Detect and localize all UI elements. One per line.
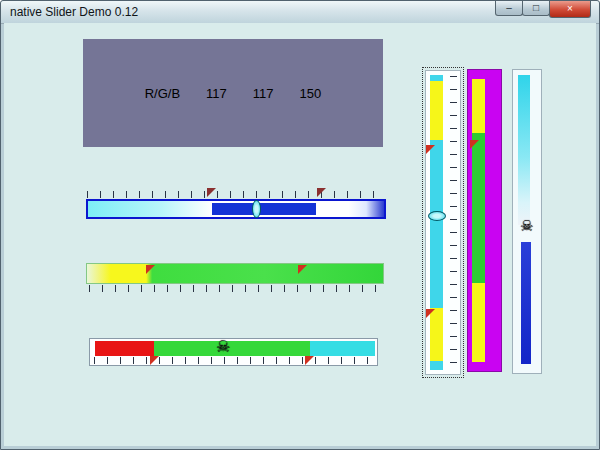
oval-thumb[interactable] [428,211,446,221]
slider-horizontal-blue[interactable] [86,186,386,220]
slider-vertical-cyan[interactable] [422,67,464,378]
slider-track[interactable] [92,341,375,356]
marker-arrow-icon [298,265,307,274]
minimize-icon: – [506,3,512,13]
selection-bar [521,242,531,364]
slider-body [425,70,461,375]
rgb-color-panel: R/G/B 117 117 150 [83,39,383,147]
slider-track[interactable] [518,75,530,225]
marker-arrow-icon [426,145,435,154]
marker-arrow-icon [470,140,479,149]
slider-horizontal-rgb[interactable]: ☠ [89,338,378,366]
slider-track[interactable] [86,263,384,284]
rgb-value-red: 117 [206,86,227,101]
maximize-button[interactable]: □ [522,1,550,16]
marker-arrow-icon [317,188,326,197]
app-window: native Slider Demo 0.12 – □ × R/G/B 117 … [0,0,600,450]
slider-vertical-magenta[interactable] [467,69,502,372]
ruler-ticks [450,76,457,369]
minimize-button[interactable]: – [495,1,523,16]
close-button[interactable]: × [549,1,591,18]
oval-thumb[interactable] [252,200,261,218]
maximize-icon: □ [533,3,539,13]
ruler-ticks [94,357,373,364]
selection-bar [212,203,316,215]
marker-arrow-icon [150,356,159,365]
marker-arrow-icon [305,356,314,365]
slider-track[interactable] [472,79,485,362]
slider-track[interactable] [430,75,443,370]
slider-vertical-blue[interactable]: ☠ [512,69,542,374]
close-icon: × [567,4,573,14]
title-bar[interactable]: native Slider Demo 0.12 – □ × [1,1,599,24]
client-area: R/G/B 117 117 150 ☠ [4,23,596,446]
slider-horizontal-green[interactable] [86,263,384,293]
marker-arrow-icon [146,265,155,274]
skull-thumb-icon[interactable]: ☠ [216,339,230,355]
marker-arrow-icon [207,188,216,197]
window-title: native Slider Demo 0.12 [10,5,138,19]
marker-arrow-icon [426,309,435,318]
ruler-ticks [89,285,381,292]
window-controls: – □ × [496,1,591,18]
ruler-ticks [87,191,385,198]
rgb-label: R/G/B [145,86,180,101]
skull-thumb-icon[interactable]: ☠ [520,218,533,233]
rgb-value-blue: 150 [300,86,322,101]
rgb-value-green: 117 [253,86,274,101]
